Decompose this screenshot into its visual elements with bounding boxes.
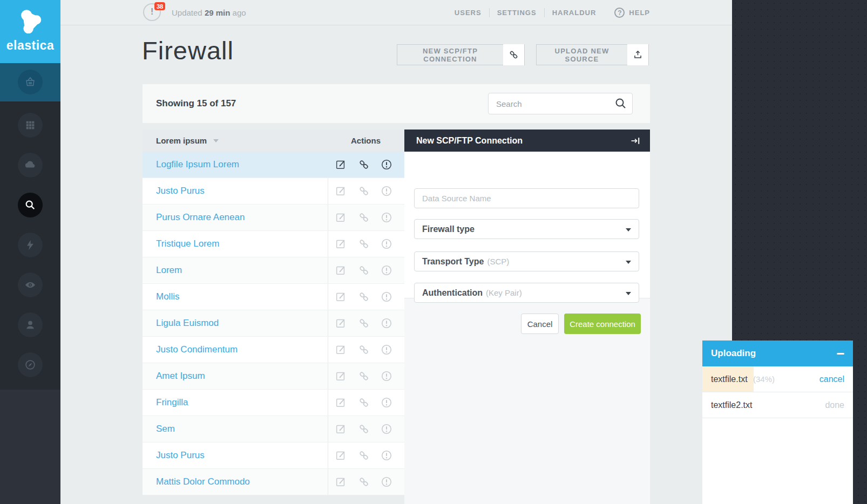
firewall-type-select[interactable]: Firewall type: [414, 219, 639, 239]
data-source-link[interactable]: Sem: [143, 416, 328, 442]
column-header-actions: Actions: [328, 136, 381, 145]
brand-logo[interactable]: elastica: [0, 0, 60, 63]
edit-icon[interactable]: [335, 423, 347, 435]
link-icon[interactable]: [358, 449, 370, 461]
data-source-link[interactable]: Tristique Lorem: [143, 231, 328, 257]
link-icon[interactable]: [358, 159, 370, 171]
edit-icon[interactable]: [335, 238, 347, 250]
sidebar-item-basket[interactable]: [18, 70, 43, 94]
showing-count: Showing 15 of 157: [156, 84, 236, 123]
data-source-name-input[interactable]: [415, 189, 639, 208]
drawer-footer: Cancel Create connection: [404, 298, 650, 504]
edit-icon[interactable]: [335, 370, 347, 382]
link-icon[interactable]: [358, 370, 370, 382]
upload-item: textfile2.txt done: [702, 392, 853, 418]
edit-icon[interactable]: [335, 344, 347, 356]
eye-icon: [24, 279, 36, 291]
link-icon[interactable]: [358, 344, 370, 356]
alert-icon[interactable]: [381, 317, 392, 329]
edit-icon[interactable]: [335, 185, 347, 197]
search-icon: [24, 199, 36, 211]
chevron-down-icon: [626, 228, 631, 231]
alert-icon[interactable]: [381, 185, 392, 197]
nav-account[interactable]: HARALDUR: [552, 9, 597, 17]
data-source-link[interactable]: Ligula Euismod: [143, 310, 328, 336]
data-source-link[interactable]: Lorem: [143, 257, 328, 283]
link-icon[interactable]: [358, 423, 370, 435]
sidebar-item-search[interactable]: [18, 193, 43, 217]
topbar: 38 Updated 29 min ago USERS SETTINGS HAR…: [60, 0, 732, 25]
upload-new-source-button[interactable]: UPLOAD NEW SOURCE: [536, 44, 649, 65]
alert-icon[interactable]: [381, 397, 392, 408]
data-source-name-field: [414, 188, 639, 208]
authentication-select[interactable]: Authentication (Key Pair): [414, 283, 639, 303]
sidebar-item-explore[interactable]: [18, 352, 43, 377]
collapse-drawer-icon[interactable]: [629, 135, 641, 146]
edit-icon[interactable]: [335, 476, 347, 488]
alert-icon[interactable]: [381, 264, 392, 276]
link-icon[interactable]: [358, 264, 370, 276]
alert-icon[interactable]: [381, 212, 392, 223]
alert-icon[interactable]: [381, 423, 392, 435]
nav-settings[interactable]: SETTINGS: [497, 9, 537, 17]
alert-icon[interactable]: [381, 291, 392, 303]
edit-icon[interactable]: [335, 159, 347, 171]
data-source-link[interactable]: Justo Condimentum: [143, 337, 328, 363]
edit-icon[interactable]: [335, 397, 347, 408]
data-source-link[interactable]: Mattis Dolor Commodo: [143, 469, 328, 495]
help-button[interactable]: HELP: [614, 8, 650, 18]
link-icon[interactable]: [358, 212, 370, 223]
notification-button[interactable]: 38: [143, 3, 161, 21]
uploading-panel: Uploading textfile.txt (34%) cancel text…: [702, 340, 853, 504]
sidebar-item-users[interactable]: [18, 312, 43, 337]
alert-icon[interactable]: [381, 476, 392, 488]
alert-icon[interactable]: [381, 344, 392, 356]
cancel-button[interactable]: Cancel: [521, 314, 559, 334]
data-source-link[interactable]: Purus Ornare Aenean: [143, 205, 328, 230]
uploading-title: Uploading: [711, 348, 837, 359]
chevron-down-icon: [626, 261, 631, 264]
sort-caret-icon[interactable]: [213, 139, 219, 142]
link-icon[interactable]: [358, 238, 370, 250]
sidebar-item-cloud[interactable]: [18, 153, 43, 178]
data-source-link[interactable]: Justo Purus: [143, 442, 328, 468]
alert-icon[interactable]: [381, 449, 392, 461]
edit-icon[interactable]: [335, 212, 347, 223]
minimize-icon[interactable]: [837, 353, 844, 355]
search-icon[interactable]: [614, 97, 627, 110]
upload-action: done: [825, 392, 844, 418]
alert-icon[interactable]: [381, 370, 392, 382]
elastica-blob-icon: [16, 8, 45, 37]
link-icon[interactable]: [358, 185, 370, 197]
sidebar-item-monitor[interactable]: [18, 273, 43, 297]
lightning-icon: [24, 239, 36, 251]
link-icon[interactable]: [358, 476, 370, 488]
alert-icon[interactable]: [381, 238, 392, 250]
search-input[interactable]: [488, 93, 633, 114]
data-source-link[interactable]: Fringilla: [143, 390, 328, 416]
sidebar-item-activity[interactable]: [18, 233, 43, 257]
link-icon[interactable]: [358, 397, 370, 408]
alert-icon[interactable]: [381, 159, 392, 171]
sidebar-item-apps[interactable]: [18, 113, 43, 138]
link-icon[interactable]: [358, 291, 370, 303]
help-icon: [614, 8, 625, 18]
new-scp-ftp-connection-button[interactable]: NEW SCP/FTP CONNECTION: [397, 44, 525, 65]
data-source-link[interactable]: Mollis: [143, 284, 328, 310]
data-source-link[interactable]: Logfile Ipsum Lorem: [143, 152, 328, 178]
data-source-link[interactable]: Amet Ipsum: [143, 363, 328, 389]
edit-icon[interactable]: [335, 317, 347, 329]
edit-icon[interactable]: [335, 291, 347, 303]
transport-type-select[interactable]: Transport Type (SCP): [414, 251, 639, 271]
page-title: Firewall: [142, 36, 234, 65]
basket-icon: [24, 76, 36, 88]
edit-icon[interactable]: [335, 264, 347, 276]
link-icon[interactable]: [358, 317, 370, 329]
nav-users[interactable]: USERS: [455, 9, 482, 17]
edit-icon[interactable]: [335, 449, 347, 461]
nav-divider: [489, 8, 490, 17]
upload-progress-label: (34%): [753, 366, 775, 392]
create-connection-button[interactable]: Create connection: [564, 314, 641, 334]
data-source-link[interactable]: Justo Purus: [143, 178, 328, 204]
upload-action[interactable]: cancel: [819, 366, 844, 392]
